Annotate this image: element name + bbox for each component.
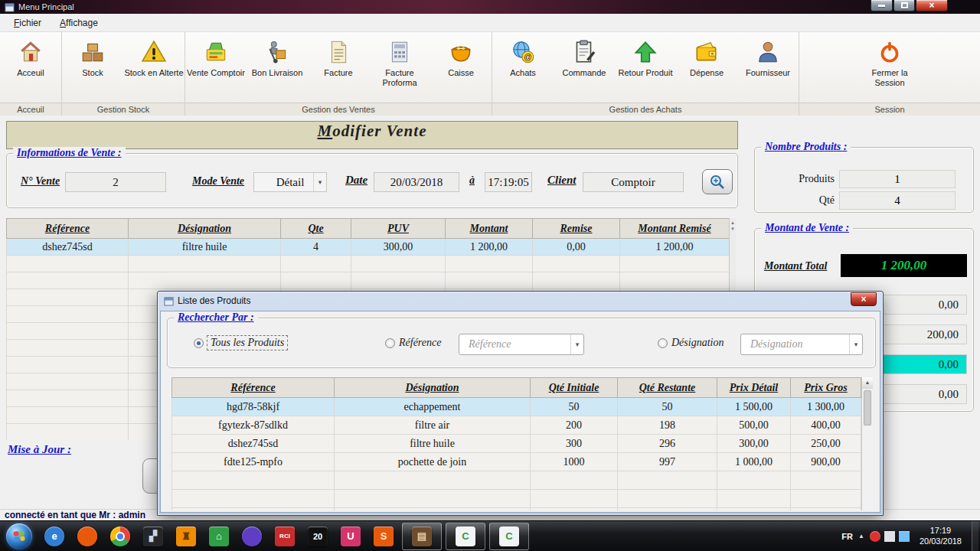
app-window-icon: ▤ bbox=[412, 527, 432, 546]
tray-network-icon[interactable] bbox=[899, 531, 910, 542]
grid-empty-cell bbox=[281, 272, 351, 289]
grid-row[interactable]: hgd78-58kjfechappement50501 500,001 300,… bbox=[172, 398, 861, 416]
taskbar-app-sphere-app[interactable] bbox=[237, 523, 266, 550]
close-button[interactable]: × bbox=[916, 0, 948, 11]
num-vente-input[interactable]: 2 bbox=[65, 172, 166, 192]
client-input[interactable]: Comptoir bbox=[583, 172, 684, 192]
toolbar-button-facture[interactable]: Facture bbox=[308, 37, 369, 80]
taskbar-app-homegroup[interactable]: ⌂ bbox=[204, 523, 234, 550]
taskbar-app-c-app-2[interactable]: C bbox=[489, 523, 529, 550]
taskbar-app-dark-app[interactable]: ▞ bbox=[139, 523, 168, 550]
date-input[interactable]: 20/03/2018 bbox=[374, 172, 459, 192]
maximize-button[interactable] bbox=[893, 0, 915, 11]
toolbar-button-retour-produit[interactable]: Retour Produit bbox=[615, 37, 676, 80]
scrollbar-thumb[interactable] bbox=[864, 390, 871, 425]
taskbar-app-u-app[interactable]: U bbox=[336, 523, 365, 550]
taskbar-app-app-20[interactable]: 20 bbox=[303, 523, 332, 550]
tray-clock[interactable]: 17:19 20/03/2018 bbox=[915, 526, 966, 547]
taskbar-app-chrome[interactable] bbox=[106, 523, 135, 550]
column-header-prix-gros[interactable]: Prix Gros bbox=[791, 378, 861, 398]
menu-affichage[interactable]: Affichage bbox=[51, 15, 107, 31]
mode-vente-select[interactable]: Détail ▾ bbox=[253, 172, 327, 192]
sublime-text-icon: S bbox=[374, 527, 394, 546]
toolbar-button-depense[interactable]: Dépense bbox=[676, 37, 737, 80]
grid-row[interactable]: dshez745sdfiltre huile300296300,00250,00 bbox=[172, 435, 861, 453]
toolbar-button-stock-en-alterte[interactable]: Stock en Alterte bbox=[123, 37, 185, 80]
radio-designation-label[interactable]: Désignation bbox=[671, 337, 724, 349]
toolbar-button-fermer-la-session[interactable]: Fermer la Session bbox=[859, 37, 920, 89]
toolbar-button-stock[interactable]: Stock bbox=[62, 37, 123, 80]
tray-input-icon[interactable] bbox=[884, 531, 895, 542]
column-header-qte[interactable]: Qte bbox=[281, 219, 351, 239]
toolbar-button-caisse[interactable]: Caisse bbox=[430, 37, 492, 80]
radio-tous-les-produits-label[interactable]: Tous les Produits bbox=[207, 336, 287, 350]
toolbar-button-vente-comptoir[interactable]: Vente Comptoir bbox=[185, 37, 247, 80]
qte-count: 4 bbox=[894, 194, 900, 207]
start-button[interactable] bbox=[6, 523, 32, 549]
stock-icon bbox=[79, 38, 106, 66]
grid-empty-row bbox=[172, 490, 861, 508]
taskbar-app-app-window[interactable]: ▤ bbox=[402, 523, 442, 550]
chevron-down-icon: ▾ bbox=[313, 173, 326, 191]
toolbar-button-label: Commande bbox=[563, 68, 606, 78]
time-input[interactable]: 17:19:05 bbox=[485, 172, 532, 192]
taskbar-app-sublime-text[interactable]: S bbox=[369, 523, 398, 550]
radio-designation[interactable] bbox=[658, 338, 668, 348]
toolbar-button-achats[interactable]: @Achats bbox=[492, 37, 554, 80]
column-header-reference[interactable]: Référence bbox=[172, 378, 335, 398]
column-header-montant-remise[interactable]: Montant Remisé bbox=[620, 219, 730, 239]
grid-empty-cell bbox=[172, 490, 335, 508]
taskbar-app-c-app-1[interactable]: C bbox=[446, 523, 485, 550]
designation-combo[interactable]: Désignation ▾ bbox=[740, 334, 863, 355]
grid-row[interactable]: fdte125-mpfopochette de join10009971 000… bbox=[172, 453, 861, 471]
column-header-qte-initiale[interactable]: Qté Initiale bbox=[531, 378, 618, 398]
column-header-montant[interactable]: Montant bbox=[446, 219, 533, 239]
column-header-puv[interactable]: PUV bbox=[351, 219, 446, 239]
toolbar-button-commande[interactable]: Commande bbox=[554, 37, 615, 80]
status-text: connecté en tant que Mr : admin bbox=[5, 510, 145, 520]
column-header-prix-detail[interactable]: Prix Détail bbox=[717, 378, 791, 398]
taskbar-app-rci-app[interactable]: RCI bbox=[270, 523, 299, 550]
radio-reference-label[interactable]: Référence bbox=[399, 337, 441, 349]
grid-empty-cell bbox=[531, 490, 618, 508]
radio-tous-les-produits[interactable] bbox=[194, 338, 204, 348]
window-controls: × bbox=[871, 0, 948, 11]
product-grid-scrollbar[interactable]: ▲ bbox=[861, 377, 873, 510]
u-app-icon: U bbox=[341, 527, 361, 546]
tray-expand-icon[interactable]: ▲ bbox=[858, 533, 864, 540]
column-header-reference[interactable]: Référence bbox=[7, 219, 129, 239]
language-indicator[interactable]: FR bbox=[841, 532, 853, 541]
toolbar-button-facture-proforma[interactable]: Facture Proforma bbox=[369, 37, 430, 89]
toolbar-button-acceuil[interactable]: Acceuil bbox=[0, 37, 61, 80]
radio-reference[interactable] bbox=[385, 338, 395, 348]
toolbar-button-bon-livraison[interactable]: Bon Livraison bbox=[247, 37, 308, 80]
column-header-designation[interactable]: Désignation bbox=[335, 378, 531, 398]
grid-empty-cell bbox=[7, 323, 129, 340]
grid-empty-cell bbox=[791, 508, 861, 511]
dialog-close-button[interactable]: × bbox=[851, 292, 877, 306]
menu-fichier[interactable]: Fichier bbox=[5, 15, 51, 31]
toolbar-group-gestion-des-achats: @AchatsCommandeRetour ProduitDépenseFour… bbox=[492, 32, 799, 116]
app-20-icon: 20 bbox=[308, 527, 328, 546]
grid-empty-cell bbox=[7, 340, 129, 357]
grid-cell: 1 200,00 bbox=[446, 239, 533, 256]
column-header-designation[interactable]: Désignation bbox=[129, 219, 281, 239]
show-desktop-button[interactable] bbox=[972, 521, 978, 551]
tray-notification-icon[interactable] bbox=[870, 531, 880, 542]
taskbar-app-castle-app[interactable]: ♜ bbox=[172, 523, 201, 550]
grid-row[interactable]: dshez745sdfiltre huile4300,001 200,000,0… bbox=[7, 239, 730, 256]
taskbar-app-internet-explorer[interactable]: e bbox=[40, 523, 69, 550]
minimize-button[interactable] bbox=[871, 0, 893, 11]
search-client-button[interactable] bbox=[702, 169, 733, 194]
grid-row[interactable]: fgytezk-87sdlkdfiltre air200198500,00400… bbox=[172, 416, 861, 435]
taskbar-app-browser-orange[interactable] bbox=[73, 523, 102, 550]
toolbar-button-fournisseur[interactable]: Fournisseur bbox=[737, 37, 799, 80]
qte-label: Qté bbox=[778, 194, 835, 207]
grid-cell: 296 bbox=[618, 435, 717, 453]
column-header-qte-restante[interactable]: Qté Restante bbox=[618, 378, 717, 398]
nombre-produits-group: Nombre Produits : Produits 1 Qté 4 bbox=[754, 147, 974, 213]
reference-combo[interactable]: Référence ▾ bbox=[459, 334, 584, 355]
dialog-titlebar[interactable]: Liste des Produits bbox=[158, 292, 883, 310]
grid-cell: filtre air bbox=[335, 416, 531, 435]
column-header-remise[interactable]: Remise bbox=[533, 219, 620, 239]
